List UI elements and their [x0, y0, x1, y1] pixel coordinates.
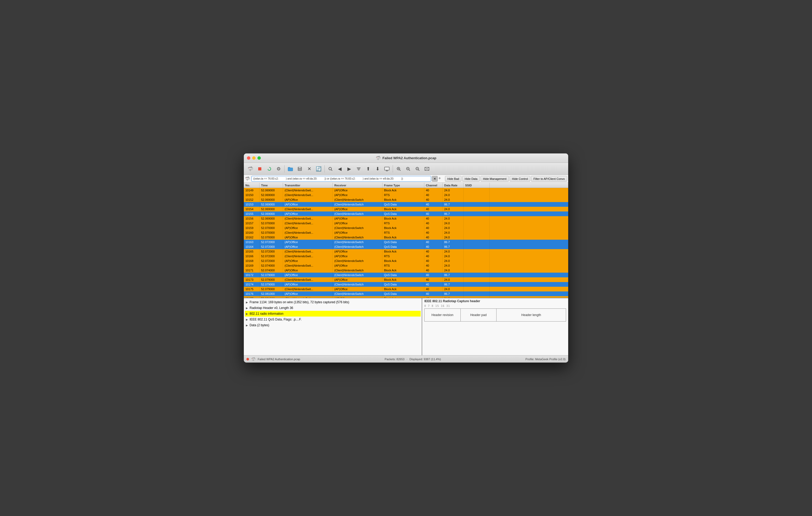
table-row[interactable]: 10150 52.069000 (Client)NintendoSwit... … — [244, 193, 568, 198]
table-row[interactable]: 10174 52.079000 (AP)Office (Client)Ninte… — [244, 282, 568, 287]
table-row[interactable]: 10156 52.069000 (Client)NintendoSwit... … — [244, 216, 568, 221]
field-header-revision: Header revision — [425, 309, 461, 321]
table-row[interactable]: 10157 52.070000 (Client)NintendoSwit... … — [244, 221, 568, 225]
cell-frametype: RTS — [382, 221, 424, 225]
cell-transmitter: (Client)NintendoSwit... — [283, 193, 333, 198]
table-row[interactable]: 10172 52.079000 (AP)Office (Client)Ninte… — [244, 273, 568, 277]
monitor-button[interactable] — [382, 164, 392, 173]
table-row[interactable]: 10176 52.081000 (AP)Office (Client)Ninte… — [244, 292, 568, 296]
cell-transmitter: (AP)Office — [283, 198, 333, 202]
cell-no: 10163 — [244, 240, 260, 244]
hide-bad-button[interactable]: Hide Bad — [445, 176, 461, 182]
cell-time: 52.074000 — [260, 263, 283, 268]
hide-control-button[interactable]: Hide Control — [510, 176, 530, 182]
cell-time: 52.081000 — [260, 296, 283, 298]
settings-button[interactable]: ⚙ — [274, 164, 283, 173]
cell-frametype: Block Ack — [382, 188, 424, 193]
toolbar-sep-3 — [393, 165, 393, 173]
maximize-button[interactable] — [257, 156, 261, 160]
filter-input[interactable] — [252, 176, 431, 182]
cell-channel: 40 — [424, 193, 443, 198]
zoom-out-button[interactable] — [404, 164, 412, 173]
open-file-button[interactable] — [286, 164, 295, 173]
shark-button[interactable]: 🦈 — [246, 164, 255, 173]
collapse-button[interactable] — [354, 164, 363, 173]
table-row[interactable]: 10168 52.072000 (AP)Office (Client)Ninte… — [244, 259, 568, 263]
cell-time: 52.070000 — [260, 230, 283, 235]
filter-ap-client-button[interactable]: Filter to AP/Client Convo — [531, 176, 567, 182]
table-row[interactable]: 10175 52.079000 (Client)NintendoSwit... … — [244, 287, 568, 292]
table-row[interactable]: 10162 52.070000 (AP)Office (Client)Ninte… — [244, 235, 568, 240]
filter-add-button[interactable]: + — [438, 176, 444, 182]
reload-button[interactable]: 🔄 — [314, 164, 323, 173]
table-row[interactable]: 10152 52.069000 (AP)Office (Client)Ninte… — [244, 198, 568, 202]
scroll-up-button[interactable]: ⬆ — [364, 164, 373, 173]
table-row[interactable]: 10149 52.069000 (Client)NintendoSwit... … — [244, 188, 568, 193]
find-button[interactable] — [326, 164, 335, 173]
prev-button[interactable]: ◀ — [336, 164, 344, 173]
close-file-button[interactable]: ✕ — [305, 164, 314, 173]
table-row[interactable]: 10171 52.074000 (AP)Office (Client)Ninte… — [244, 268, 568, 273]
cell-ssid — [464, 254, 490, 259]
cell-ssid — [464, 282, 490, 287]
table-row[interactable]: 10164 52.072000 (AP)Office (Client)Ninte… — [244, 244, 568, 249]
detail-item-ieee[interactable]: ▶ IEEE 802.11 QoS Data, Flags: .p....F. — [245, 316, 420, 322]
status-profile: Profile: MetaGeek Profile (v2.0) — [526, 358, 566, 361]
cell-ssid — [464, 287, 490, 292]
cell-transmitter: (Client)NintendoSwit... — [283, 221, 333, 225]
next-button[interactable]: ▶ — [345, 164, 354, 173]
detail-item-radio[interactable]: ▶ 802.11 radio information — [245, 311, 420, 316]
stop-button[interactable] — [255, 164, 264, 173]
minimize-button[interactable] — [252, 156, 256, 160]
cell-channel: 40 — [424, 277, 443, 282]
cell-receiver: (AP)Office — [333, 193, 382, 198]
col-header-transmitter: Transmitter — [283, 183, 333, 188]
cell-frametype: Block Ack — [382, 296, 424, 298]
table-row[interactable]: 10160 52.070000 (Client)NintendoSwit... … — [244, 230, 568, 235]
cell-frametype: RTS — [382, 230, 424, 235]
table-row[interactable]: 10166 52.072000 (Client)NintendoSwit... … — [244, 254, 568, 259]
cell-receiver: (AP)Office — [333, 221, 382, 225]
table-row[interactable]: 10155 52.069000 (AP)Office (Client)Ninte… — [244, 211, 568, 216]
table-row[interactable]: 10154 52.069000 (Client)NintendoSwit... … — [244, 207, 568, 211]
cell-ssid — [464, 198, 490, 202]
cell-no: 10174 — [244, 282, 260, 287]
cell-frametype: QoS Data — [382, 244, 424, 249]
zoom-in-button[interactable] — [394, 164, 403, 173]
cell-transmitter: (AP)Office — [283, 211, 333, 216]
zoom-fit-button[interactable] — [423, 164, 431, 173]
table-row[interactable]: 10159 52.070000 (AP)Office (Client)Ninte… — [244, 225, 568, 230]
save-button[interactable] — [295, 164, 304, 173]
hide-management-button[interactable]: Hide Management — [481, 176, 509, 182]
cell-channel: 40 — [424, 188, 443, 193]
table-row[interactable]: 10173 52.079000 (Client)NintendoSwit... … — [244, 277, 568, 282]
cell-frametype: QoS Data — [382, 240, 424, 244]
cell-ssid — [464, 273, 490, 277]
scroll-down-button[interactable]: ⬇ — [373, 164, 382, 173]
table-row[interactable]: 10165 52.072000 (Client)NintendoSwit... … — [244, 249, 568, 254]
table-row[interactable]: 10153 52.069000 (AP)Office (Client)Ninte… — [244, 202, 568, 207]
cell-receiver: (Client)NintendoSwitch — [333, 235, 382, 240]
cell-transmitter: (AP)Office — [283, 259, 333, 263]
cell-ssid — [464, 296, 490, 298]
cell-channel: 40 — [424, 292, 443, 296]
cell-ssid — [464, 235, 490, 240]
detail-item-frame[interactable]: ▶ Frame 1134: 169 bytes on wire (1352 bi… — [245, 299, 420, 305]
close-button[interactable] — [247, 156, 250, 160]
cell-receiver: (AP)Office — [333, 188, 382, 193]
cell-datarate: 24.0 — [443, 221, 464, 225]
filter-clear-button[interactable]: ✕ — [432, 176, 438, 182]
cell-channel: 40 — [424, 263, 443, 268]
cell-channel: 40 — [424, 211, 443, 216]
table-row[interactable]: 10169 52.074000 (Client)NintendoSwit... … — [244, 263, 568, 268]
restart-button[interactable] — [265, 164, 273, 173]
cell-frametype: Block Ack — [382, 207, 424, 211]
table-row[interactable]: 10163 52.072000 (AP)Office (Client)Ninte… — [244, 240, 568, 244]
cell-channel: 40 — [424, 235, 443, 240]
detail-item-data[interactable]: ▶ Data (2 bytes) — [245, 322, 420, 328]
detail-text-frame: Frame 1134: 169 bytes on wire (1352 bits… — [250, 300, 349, 304]
cell-no: 10172 — [244, 273, 260, 277]
hide-data-button[interactable]: Hide Data — [462, 176, 480, 182]
detail-item-radiotap[interactable]: ▶ Radiotap Header v0, Length 36 — [245, 305, 420, 311]
zoom-reset-button[interactable] — [413, 164, 422, 173]
